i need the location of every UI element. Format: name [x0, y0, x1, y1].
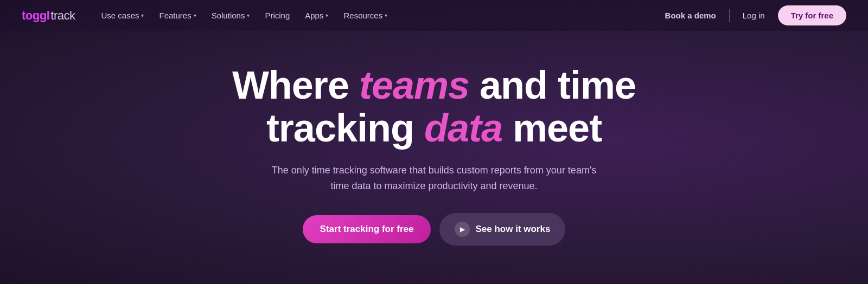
chevron-down-icon: ▾ — [194, 12, 196, 18]
navbar: toggl track Use cases ▾ Features ▾ Solut… — [0, 0, 868, 31]
nav-item-resources[interactable]: Resources ▾ — [337, 8, 394, 23]
page-wrapper: toggl track Use cases ▾ Features ▾ Solut… — [0, 0, 868, 284]
logo[interactable]: toggl track — [22, 9, 75, 23]
chevron-down-icon: ▾ — [141, 12, 144, 18]
hero-title: Where teams and time tracking data meet — [232, 64, 636, 150]
logo-track: track — [50, 9, 75, 23]
chevron-down-icon: ▾ — [326, 12, 328, 18]
hero-section: Where teams and time tracking data meet … — [0, 31, 868, 284]
chevron-down-icon: ▾ — [385, 12, 387, 18]
try-free-button[interactable]: Try for free — [778, 5, 846, 25]
nav-divider — [729, 9, 730, 22]
hero-buttons: Start tracking for free ▶ See how it wor… — [303, 213, 566, 246]
nav-item-use-cases[interactable]: Use cases ▾ — [94, 8, 150, 23]
nav-item-solutions[interactable]: Solutions ▾ — [205, 8, 257, 23]
start-tracking-button[interactable]: Start tracking for free — [303, 215, 431, 243]
hero-title-line1: Where teams and time — [232, 63, 636, 107]
nav-item-features[interactable]: Features ▾ — [152, 8, 202, 23]
hero-subtitle: The only time tracking software that bui… — [271, 163, 597, 194]
hero-title-line2: tracking data meet — [266, 106, 602, 150]
book-demo-link[interactable]: Book a demo — [659, 8, 723, 23]
chevron-down-icon: ▾ — [247, 12, 250, 18]
nav-item-pricing[interactable]: Pricing — [258, 8, 296, 23]
nav-links: Use cases ▾ Features ▾ Solutions ▾ Prici… — [94, 8, 658, 23]
see-how-it-works-button[interactable]: ▶ See how it works — [439, 213, 565, 246]
nav-item-apps[interactable]: Apps ▾ — [298, 8, 335, 23]
logo-toggl: toggl — [22, 9, 49, 23]
nav-right: Book a demo Log in Try for free — [659, 5, 846, 25]
login-button[interactable]: Log in — [736, 8, 771, 23]
play-icon: ▶ — [455, 222, 470, 237]
